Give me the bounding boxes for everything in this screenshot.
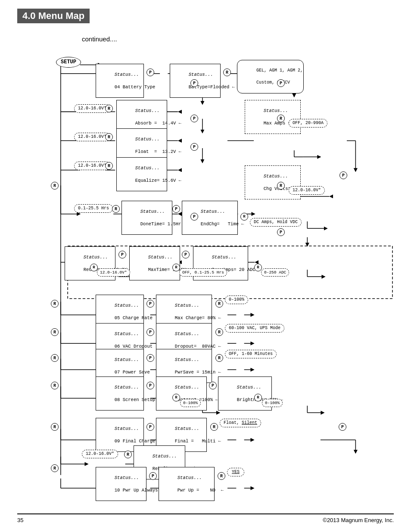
pwr-up-val-box: Status... Pwr Up = NO ← bbox=[159, 467, 215, 501]
max-amps-val-box: Status... Max Amps = 200 ← bbox=[245, 100, 301, 134]
p-circle-charge-rate: P bbox=[146, 300, 154, 308]
r-circle-charge-rate-val: R bbox=[215, 300, 223, 308]
r-circle-power-save-val: R bbox=[215, 354, 223, 362]
r-circle-done-amps-down: R bbox=[254, 264, 262, 271]
r-circle-bat-type: R bbox=[223, 68, 231, 76]
r-circle-left-dashed: R bbox=[51, 182, 59, 190]
contrast-range-box: 0-100% bbox=[180, 399, 201, 407]
r-circle-absorb: R bbox=[105, 105, 113, 112]
bat-type-opts-box: GEL, AGM 1, AGM 2, Custom, CC/CV bbox=[237, 60, 304, 93]
screen-setup-label-box: Status... 08 Screen Setup bbox=[96, 376, 144, 411]
r-circle-float: R bbox=[105, 133, 113, 141]
page: 4.0 Menu Map continued.... bbox=[0, 0, 411, 532]
p-circle-opts-down: P bbox=[277, 79, 285, 87]
p-circle-max-time: P bbox=[182, 251, 190, 258]
p-circle-bat-type: P bbox=[146, 68, 154, 76]
p-circle-vac: P bbox=[146, 328, 154, 336]
power-save-opts-box: OFF, 1-60 Minutes bbox=[225, 350, 277, 358]
p-circle-contrast: P bbox=[209, 382, 217, 389]
r-circle-equalize: R bbox=[105, 162, 113, 170]
p-circle-dc-amps-down: P bbox=[277, 228, 285, 236]
done-amps-range-box: 0-250 ADC bbox=[261, 268, 289, 277]
r-circle-max-amps: R bbox=[277, 115, 285, 122]
max-time-range-box: OFF, 0.1-25.5 Hrs bbox=[179, 268, 227, 277]
off-990a-box: OFF, 20-990A bbox=[289, 119, 327, 128]
dc-amps-range-box: DC Amps, Hold VDC bbox=[250, 218, 302, 227]
pwr-up-opts-box: YES bbox=[227, 468, 244, 476]
footer-copyright: ©2013 Magnum Energy, Inc. bbox=[323, 517, 394, 523]
p-circle-final-right: P bbox=[339, 423, 346, 431]
equalize-val-box: Status... Equalize= 15.6V ← bbox=[116, 157, 167, 191]
p-circle-donetime-down: P bbox=[190, 213, 198, 221]
r-circle-brightness-down: R bbox=[254, 394, 262, 401]
p-circle-batval-down: P bbox=[190, 79, 198, 87]
p-circle-float-down: P bbox=[190, 143, 198, 151]
r-circle-max-time-down: R bbox=[172, 264, 180, 271]
chg-volts-range-box: 12.0-16.0V* bbox=[289, 186, 325, 195]
brightness-range-box: 0-100% bbox=[262, 399, 283, 407]
done-time-val-box: Status... DoneTime= 1.5Hr ← bbox=[121, 201, 172, 235]
r-circle-contrast-down: R bbox=[172, 394, 180, 401]
page-title: 4.0 Menu Map bbox=[17, 9, 90, 23]
r-circle-final-val: R bbox=[210, 423, 218, 431]
r-circle-final-charge: R bbox=[51, 423, 59, 431]
bat-type-label-box: Status... 04 Battery Type bbox=[96, 64, 144, 98]
r-circle-bottom: R bbox=[51, 464, 59, 472]
p-circle-absorb-down: P bbox=[190, 115, 198, 122]
max-time-val-box: Status... MaxTime= 12.0Hr ← bbox=[129, 246, 180, 280]
rebulk-range-box: 12.0-16.0V* bbox=[82, 450, 118, 458]
p-circle-recharge: P bbox=[118, 251, 126, 258]
p-circle-pwr-up: P bbox=[149, 472, 157, 480]
done-time-range-box: 0.1-25.5 Hrs bbox=[74, 204, 113, 213]
r-circle-power-save: R bbox=[51, 354, 59, 362]
footer-page-number: 35 bbox=[17, 517, 23, 523]
pwr-up-label-box: Status... 10 Pwr Up Always bbox=[96, 467, 146, 501]
final-opts-box: Float, Silent bbox=[220, 419, 261, 427]
r-circle-rebulk: R bbox=[124, 451, 132, 458]
r-circle-charge-rate: R bbox=[51, 300, 59, 308]
continued-label: continued.... bbox=[82, 35, 117, 43]
p-circle-done-time: P bbox=[172, 205, 180, 213]
r-circle-chg-volts: R bbox=[277, 182, 285, 190]
r-circle-recharge-down: R bbox=[90, 264, 98, 271]
r-circle-screen-setup: R bbox=[51, 382, 59, 389]
r-circle-pwr-up: R bbox=[218, 472, 225, 480]
r-circle-done-time: R bbox=[112, 205, 120, 213]
vac-dropout-opts-box: 60-100 VAC, UPS Mode bbox=[225, 324, 284, 333]
p-circle-power-save: P bbox=[146, 354, 154, 362]
r-circle-vac: R bbox=[51, 328, 59, 336]
r-circle-end-chg: R bbox=[240, 213, 248, 221]
p-circle-final-charge: P bbox=[146, 423, 154, 431]
p-circle-screen-setup: P bbox=[146, 382, 154, 389]
recharge-range-box: 12.0-16.0V* bbox=[97, 268, 130, 277]
setup-oval: SETUP bbox=[56, 57, 81, 68]
r-circle-vac-val: R bbox=[215, 328, 223, 336]
charge-rate-opts-box: 0-100% bbox=[225, 296, 248, 304]
p-circle-chg-volts-right: P bbox=[339, 171, 347, 179]
footer: 35 ©2013 Magnum Energy, Inc. bbox=[17, 513, 394, 523]
